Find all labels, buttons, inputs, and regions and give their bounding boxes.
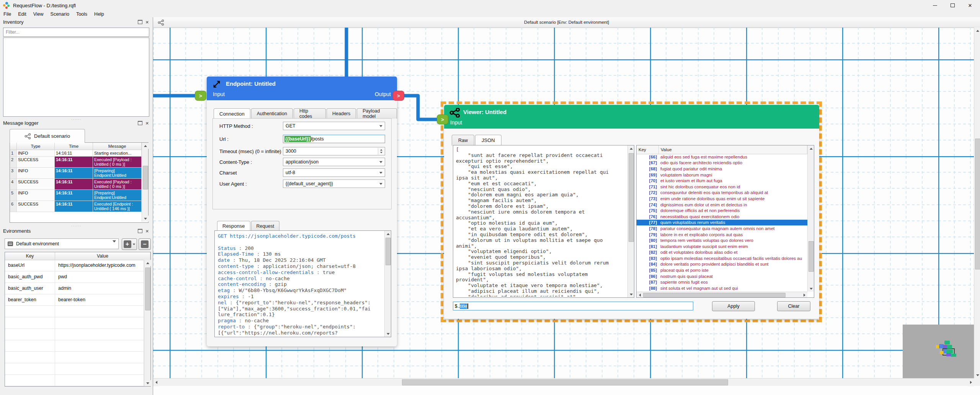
json-grid-row[interactable]: [71] sint hic doloribus consequatur eos …: [637, 184, 807, 190]
scenario-canvas[interactable]: Default scenario [Env: Default environme…: [153, 17, 980, 395]
environment-row[interactable]: baseUrl https://jsonplaceholder.typicode…: [5, 260, 144, 271]
add-environment-button[interactable]: +: [122, 238, 137, 250]
scroll-down-icon[interactable]: [142, 215, 149, 222]
menu-item[interactable]: Help: [91, 11, 108, 17]
scroll-right-icon[interactable]: [801, 292, 807, 298]
json-grid-row[interactable]: [75] doloremque officiis ad et non perfe…: [637, 207, 807, 214]
logger-row[interactable]: 3 INFO 14:16:11 [Preparing] Endpoint:Unt…: [10, 168, 148, 179]
scroll-left-icon[interactable]: [637, 292, 643, 298]
result-tab[interactable]: Response: [217, 221, 250, 231]
scroll-down-icon[interactable]: [144, 380, 151, 386]
environment-row[interactable]: basic_auth_user admin: [5, 283, 144, 294]
json-grid-row[interactable]: [85] placeat quia et porro iste: [637, 267, 807, 273]
canvas-vscrollbar[interactable]: [974, 28, 980, 378]
close-panel-icon[interactable]: ✕: [145, 229, 149, 233]
logger-tab-default-scenario[interactable]: Default scenario: [10, 129, 85, 143]
inventory-list[interactable]: [3, 38, 149, 117]
env-col-value[interactable]: Value: [55, 252, 150, 260]
scroll-up-icon[interactable]: [142, 143, 149, 149]
logger-row[interactable]: 1 INFO 14:16:11 Starting execution...: [10, 150, 148, 157]
json-grid-row[interactable]: [81] laudantium voluptate suscipit sunt …: [637, 243, 807, 250]
endpoint-tab[interactable]: Http codes: [294, 108, 326, 119]
json-grid-row[interactable]: [66] aliquid eos sed fuga est maxime rep…: [637, 154, 807, 160]
close-panel-icon[interactable]: ✕: [145, 20, 149, 24]
json-grid-row[interactable]: [82] odit et voluptates doloribus alias …: [637, 250, 807, 256]
timeout-stepper[interactable]: [378, 148, 384, 155]
float-panel-icon[interactable]: [138, 20, 142, 24]
panel-splitter[interactable]: ......: [0, 224, 153, 226]
scroll-up-icon[interactable]: [385, 231, 391, 237]
json-grid-panel[interactable]: Key Value [66] aliquid eos sed fuga est …: [636, 145, 814, 298]
http-method-select[interactable]: GET: [283, 122, 385, 130]
grid-col-value[interactable]: Value: [659, 145, 807, 154]
json-grid-row[interactable]: [83] optio ipsam molestias necessitatibu…: [637, 255, 807, 261]
clear-button[interactable]: Clear: [777, 301, 810, 311]
json-grid-row[interactable]: [84] dolore veritatis porro provident ad…: [637, 261, 807, 268]
endpoint-input-port[interactable]: >: [195, 91, 206, 101]
viewer-input-port[interactable]: >: [437, 114, 448, 124]
scroll-down-icon[interactable]: [808, 286, 814, 292]
endpoint-tab[interactable]: Headers: [327, 108, 356, 119]
inventory-filter[interactable]: [3, 28, 149, 37]
canvas-hscrollbar[interactable]: [153, 378, 974, 386]
json-grid-row[interactable]: [68] fugiat quod pariatur odit minima: [637, 166, 807, 172]
environment-row[interactable]: basic_auth_pwd pwd: [5, 271, 144, 283]
menu-item[interactable]: View: [30, 11, 47, 17]
response-scrollbar[interactable]: [384, 231, 391, 337]
environment-row[interactable]: [5, 352, 144, 363]
float-panel-icon[interactable]: [138, 229, 142, 233]
inventory-filter-input[interactable]: [3, 28, 149, 36]
jsonpath-input[interactable]: $..title: [453, 302, 693, 310]
environment-row[interactable]: bearer_token bearer-token: [5, 294, 144, 306]
json-grid-vscrollbar[interactable]: [807, 145, 814, 292]
endpoint-tab[interactable]: Authentication: [251, 108, 293, 119]
environment-selector[interactable]: Default environment: [5, 238, 119, 249]
user-agent-select[interactable]: {{default_user_agent}}: [283, 180, 385, 188]
endpoint-tab[interactable]: Payload model: [357, 108, 397, 119]
endpoint-node[interactable]: Endpoint: Untitled Input Output Connecti…: [207, 77, 397, 346]
json-grid-row[interactable]: [86] nostrum quis quasi placeat: [637, 273, 807, 279]
json-grid-row[interactable]: [76] necessitatibus quasi exercitationem…: [637, 214, 807, 220]
maximize-button[interactable]: [944, 0, 961, 11]
logger-col-type[interactable]: Type: [17, 143, 55, 150]
environment-row[interactable]: [5, 306, 144, 317]
viewer-node[interactable]: Viewer: Untitled Input RawJSON [ "sunt a…: [444, 105, 819, 319]
menu-item[interactable]: Scenario: [47, 11, 73, 17]
timeout-input[interactable]: 3000: [283, 147, 385, 155]
logger-col-time[interactable]: Time: [55, 143, 93, 150]
json-grid-row[interactable]: [67] odio quis facere architecto reicien…: [637, 160, 807, 166]
scroll-down-icon[interactable]: [628, 291, 634, 297]
scroll-up-icon[interactable]: [974, 28, 980, 34]
menu-item[interactable]: Edit: [15, 11, 30, 17]
json-grid-row[interactable]: [69] voluptatem laborum magni: [637, 172, 807, 178]
viewer-tab[interactable]: Raw: [452, 135, 474, 145]
environment-row[interactable]: [5, 329, 144, 340]
json-grid-row[interactable]: [70] et iusto veniam et illum aut fuga: [637, 178, 807, 184]
json-grid-row[interactable]: [88] sint soluta et vel magnam aut ut se…: [637, 285, 807, 291]
scroll-right-icon[interactable]: [968, 379, 974, 386]
logger-row[interactable]: 5 INFO 14:16:11 [Preparing] Endpoint:Unt…: [10, 190, 148, 201]
remove-environment-button[interactable]: −: [139, 238, 151, 250]
minimize-button[interactable]: [926, 0, 944, 11]
logger-scrollbar[interactable]: [142, 143, 148, 222]
scroll-down-icon[interactable]: [385, 331, 391, 337]
close-panel-icon[interactable]: ✕: [145, 121, 149, 125]
scroll-up-icon[interactable]: [808, 145, 814, 152]
viewer-node-header[interactable]: Viewer: Untitled Input: [444, 105, 819, 129]
scroll-down-icon[interactable]: [974, 372, 980, 378]
scroll-up-icon[interactable]: [628, 145, 634, 152]
logger-col-num[interactable]: [10, 143, 17, 150]
scroll-up-icon[interactable]: [144, 260, 151, 266]
json-grid-hscrollbar[interactable]: [637, 292, 807, 297]
json-grid-row[interactable]: [79] labore in ex et explicabo corporis …: [637, 232, 807, 238]
json-grid-row[interactable]: [87] sapiente omnis fugit eos: [637, 279, 807, 285]
endpoint-tab[interactable]: Connection: [214, 108, 250, 119]
scenario-header[interactable]: Default scenario [Env: Default environme…: [153, 17, 980, 28]
panel-splitter[interactable]: ......: [0, 118, 153, 120]
json-grid-row[interactable]: [73] enim unde ratione doloribus quas en…: [637, 196, 807, 202]
endpoint-output-port[interactable]: >: [393, 91, 404, 101]
json-grid-row[interactable]: [74] dignissimos eum dolor ut enim et de…: [637, 202, 807, 208]
json-grid-row[interactable]: [72] consequuntur deleniti eos quia temp…: [637, 190, 807, 196]
content-type-select[interactable]: application/json: [283, 158, 385, 166]
minimap[interactable]: [903, 325, 974, 378]
